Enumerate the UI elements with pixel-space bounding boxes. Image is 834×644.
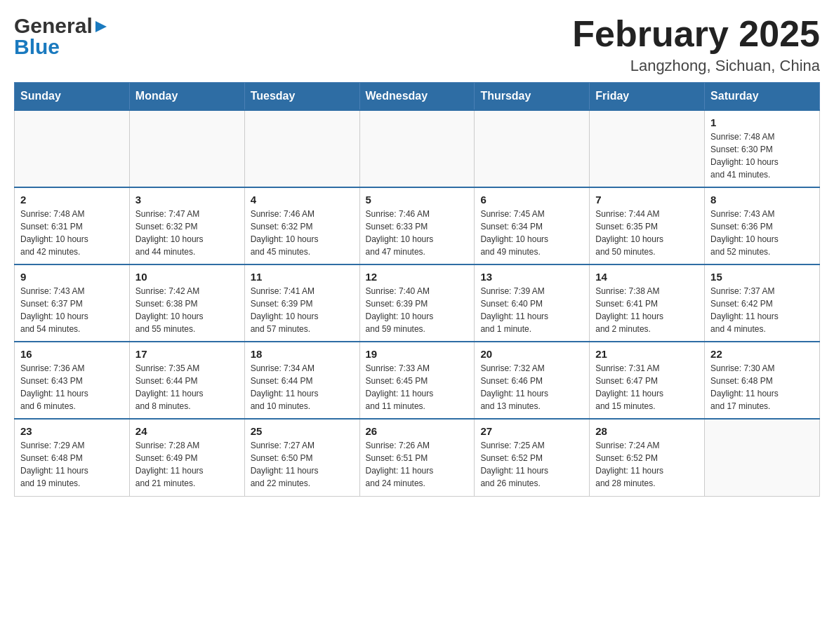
calendar-cell: 16Sunrise: 7:36 AMSunset: 6:43 PMDayligh…: [15, 342, 130, 419]
page-header: General Blue February 2025 Langzhong, Si…: [14, 14, 820, 75]
calendar-week-1: 1Sunrise: 7:48 AMSunset: 6:30 PMDaylight…: [15, 110, 820, 187]
day-info: Sunrise: 7:45 AMSunset: 6:34 PMDaylight:…: [480, 208, 583, 258]
day-info: Sunrise: 7:35 AMSunset: 6:44 PMDaylight:…: [135, 362, 239, 412]
day-info: Sunrise: 7:34 AMSunset: 6:44 PMDaylight:…: [251, 362, 354, 412]
day-number: 27: [480, 425, 583, 437]
calendar-cell: 17Sunrise: 7:35 AMSunset: 6:44 PMDayligh…: [129, 342, 244, 419]
day-number: 17: [135, 348, 239, 360]
day-info: Sunrise: 7:28 AMSunset: 6:49 PMDaylight:…: [135, 439, 239, 490]
title-block: February 2025 Langzhong, Sichuan, China: [572, 14, 820, 75]
day-number: 25: [251, 425, 354, 437]
day-info: Sunrise: 7:36 AMSunset: 6:43 PMDaylight:…: [20, 362, 124, 412]
calendar-cell: 9Sunrise: 7:43 AMSunset: 6:37 PMDaylight…: [15, 264, 130, 342]
calendar-cell: 12Sunrise: 7:40 AMSunset: 6:39 PMDayligh…: [359, 264, 475, 342]
calendar-cell: 27Sunrise: 7:25 AMSunset: 6:52 PMDayligh…: [475, 419, 590, 496]
day-info: Sunrise: 7:26 AMSunset: 6:51 PMDaylight:…: [366, 439, 469, 490]
calendar-header-row: SundayMondayTuesdayWednesdayThursdayFrid…: [15, 83, 820, 111]
day-info: Sunrise: 7:47 AMSunset: 6:32 PMDaylight:…: [135, 208, 239, 258]
day-info: Sunrise: 7:48 AMSunset: 6:30 PMDaylight:…: [710, 130, 814, 181]
calendar-cell: [15, 110, 130, 187]
day-info: Sunrise: 7:46 AMSunset: 6:33 PMDaylight:…: [366, 208, 469, 258]
header-wednesday: Wednesday: [359, 83, 475, 111]
header-friday: Friday: [590, 83, 705, 111]
calendar-cell: 15Sunrise: 7:37 AMSunset: 6:42 PMDayligh…: [705, 264, 820, 342]
month-title: February 2025: [572, 14, 820, 54]
day-number: 20: [480, 348, 583, 360]
day-number: 28: [595, 425, 699, 437]
logo-general: General: [14, 14, 93, 38]
day-number: 19: [366, 348, 469, 360]
day-number: 21: [595, 348, 699, 360]
calendar-week-2: 2Sunrise: 7:48 AMSunset: 6:31 PMDaylight…: [15, 187, 820, 264]
calendar-week-5: 23Sunrise: 7:29 AMSunset: 6:48 PMDayligh…: [15, 419, 820, 496]
day-info: Sunrise: 7:48 AMSunset: 6:31 PMDaylight:…: [20, 208, 124, 258]
header-saturday: Saturday: [705, 83, 820, 111]
logo: General Blue: [14, 14, 108, 59]
day-info: Sunrise: 7:42 AMSunset: 6:38 PMDaylight:…: [135, 285, 239, 335]
day-number: 7: [595, 194, 699, 206]
calendar-cell: 26Sunrise: 7:26 AMSunset: 6:51 PMDayligh…: [359, 419, 475, 496]
logo-blue: Blue: [14, 35, 108, 59]
calendar-cell: 8Sunrise: 7:43 AMSunset: 6:36 PMDaylight…: [705, 187, 820, 264]
day-info: Sunrise: 7:43 AMSunset: 6:37 PMDaylight:…: [20, 285, 124, 335]
day-info: Sunrise: 7:46 AMSunset: 6:32 PMDaylight:…: [251, 208, 354, 258]
day-info: Sunrise: 7:27 AMSunset: 6:50 PMDaylight:…: [251, 439, 354, 490]
day-number: 15: [710, 271, 814, 283]
calendar-cell: 19Sunrise: 7:33 AMSunset: 6:45 PMDayligh…: [359, 342, 475, 419]
calendar-cell: 24Sunrise: 7:28 AMSunset: 6:49 PMDayligh…: [129, 419, 244, 496]
day-number: 13: [480, 271, 583, 283]
day-number: 26: [366, 425, 469, 437]
calendar-cell: 10Sunrise: 7:42 AMSunset: 6:38 PMDayligh…: [129, 264, 244, 342]
calendar-cell: 23Sunrise: 7:29 AMSunset: 6:48 PMDayligh…: [15, 419, 130, 496]
day-info: Sunrise: 7:30 AMSunset: 6:48 PMDaylight:…: [710, 362, 814, 412]
calendar-table: SundayMondayTuesdayWednesdayThursdayFrid…: [14, 82, 820, 497]
calendar-cell: 6Sunrise: 7:45 AMSunset: 6:34 PMDaylight…: [475, 187, 590, 264]
calendar-cell: [244, 110, 359, 187]
day-info: Sunrise: 7:32 AMSunset: 6:46 PMDaylight:…: [480, 362, 583, 412]
day-info: Sunrise: 7:43 AMSunset: 6:36 PMDaylight:…: [710, 208, 814, 258]
calendar-cell: [359, 110, 475, 187]
calendar-cell: [705, 419, 820, 496]
calendar-cell: 25Sunrise: 7:27 AMSunset: 6:50 PMDayligh…: [244, 419, 359, 496]
day-number: 14: [595, 271, 699, 283]
logo-triangle-icon: [94, 20, 108, 34]
header-monday: Monday: [129, 83, 244, 111]
day-info: Sunrise: 7:24 AMSunset: 6:52 PMDaylight:…: [595, 439, 699, 490]
calendar-cell: 2Sunrise: 7:48 AMSunset: 6:31 PMDaylight…: [15, 187, 130, 264]
day-number: 8: [710, 194, 814, 206]
day-info: Sunrise: 7:31 AMSunset: 6:47 PMDaylight:…: [595, 362, 699, 412]
day-number: 22: [710, 348, 814, 360]
day-number: 9: [20, 271, 124, 283]
day-number: 3: [135, 194, 239, 206]
calendar-cell: 13Sunrise: 7:39 AMSunset: 6:40 PMDayligh…: [475, 264, 590, 342]
day-number: 24: [135, 425, 239, 437]
calendar-cell: 1Sunrise: 7:48 AMSunset: 6:30 PMDaylight…: [705, 110, 820, 187]
calendar-cell: 22Sunrise: 7:30 AMSunset: 6:48 PMDayligh…: [705, 342, 820, 419]
day-info: Sunrise: 7:39 AMSunset: 6:40 PMDaylight:…: [480, 285, 583, 335]
calendar-week-4: 16Sunrise: 7:36 AMSunset: 6:43 PMDayligh…: [15, 342, 820, 419]
calendar-week-3: 9Sunrise: 7:43 AMSunset: 6:37 PMDaylight…: [15, 264, 820, 342]
day-info: Sunrise: 7:41 AMSunset: 6:39 PMDaylight:…: [251, 285, 354, 335]
day-number: 1: [710, 116, 814, 128]
day-info: Sunrise: 7:33 AMSunset: 6:45 PMDaylight:…: [366, 362, 469, 412]
calendar-cell: 7Sunrise: 7:44 AMSunset: 6:35 PMDaylight…: [590, 187, 705, 264]
day-number: 5: [366, 194, 469, 206]
calendar-cell: [590, 110, 705, 187]
day-info: Sunrise: 7:38 AMSunset: 6:41 PMDaylight:…: [595, 285, 699, 335]
calendar-cell: 3Sunrise: 7:47 AMSunset: 6:32 PMDaylight…: [129, 187, 244, 264]
calendar-cell: [475, 110, 590, 187]
day-number: 18: [251, 348, 354, 360]
day-info: Sunrise: 7:40 AMSunset: 6:39 PMDaylight:…: [366, 285, 469, 335]
day-info: Sunrise: 7:37 AMSunset: 6:42 PMDaylight:…: [710, 285, 814, 335]
day-info: Sunrise: 7:44 AMSunset: 6:35 PMDaylight:…: [595, 208, 699, 258]
calendar-cell: 11Sunrise: 7:41 AMSunset: 6:39 PMDayligh…: [244, 264, 359, 342]
day-info: Sunrise: 7:25 AMSunset: 6:52 PMDaylight:…: [480, 439, 583, 490]
header-sunday: Sunday: [15, 83, 130, 111]
header-tuesday: Tuesday: [244, 83, 359, 111]
calendar-cell: 14Sunrise: 7:38 AMSunset: 6:41 PMDayligh…: [590, 264, 705, 342]
day-number: 16: [20, 348, 124, 360]
calendar-cell: [129, 110, 244, 187]
day-number: 6: [480, 194, 583, 206]
day-number: 2: [20, 194, 124, 206]
calendar-cell: 5Sunrise: 7:46 AMSunset: 6:33 PMDaylight…: [359, 187, 475, 264]
